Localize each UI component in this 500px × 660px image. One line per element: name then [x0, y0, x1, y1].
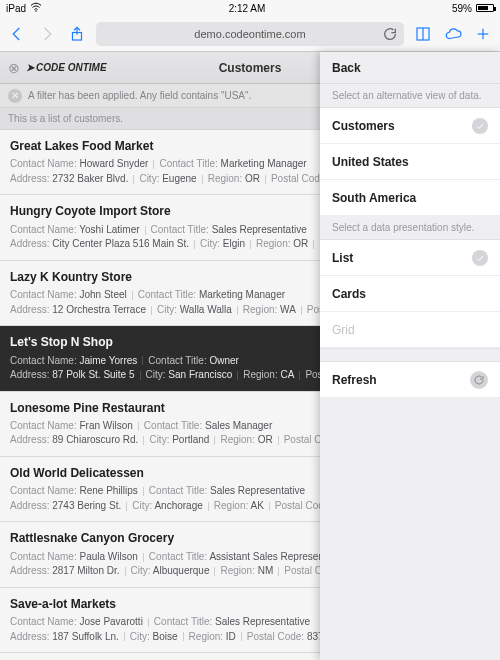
- wifi-icon: [30, 2, 42, 14]
- style-option-label: Cards: [332, 287, 366, 301]
- style-option[interactable]: List: [320, 240, 500, 276]
- device-label: iPad: [6, 3, 26, 14]
- panel-fill: [320, 398, 500, 660]
- filter-text: A filter has been applied. Any field con…: [28, 90, 251, 101]
- back-icon[interactable]: [6, 23, 28, 45]
- plus-icon[interactable]: [472, 23, 494, 45]
- view-option[interactable]: South America: [320, 180, 500, 216]
- view-option[interactable]: Customers: [320, 108, 500, 144]
- style-option[interactable]: Cards: [320, 276, 500, 312]
- book-icon[interactable]: [412, 23, 434, 45]
- view-option-label: Customers: [332, 119, 395, 133]
- check-icon: [472, 118, 488, 134]
- url-bar[interactable]: demo.codeontime.com: [96, 22, 404, 46]
- share-icon[interactable]: [66, 23, 88, 45]
- url-text: demo.codeontime.com: [194, 28, 305, 40]
- svg-point-0: [35, 10, 37, 12]
- refresh-label: Refresh: [332, 373, 377, 387]
- cloud-icon[interactable]: [442, 23, 464, 45]
- refresh-icon: [470, 371, 488, 389]
- view-option-label: United States: [332, 155, 409, 169]
- battery-icon: [476, 4, 494, 12]
- status-bar: iPad 2:12 AM 59%: [0, 0, 500, 16]
- browser-toolbar: demo.codeontime.com: [0, 16, 500, 52]
- style-option-label: List: [332, 251, 353, 265]
- list-subheader-text: This is a list of customers.: [8, 113, 123, 124]
- check-icon: [472, 250, 488, 266]
- battery-pct: 59%: [452, 3, 472, 14]
- panel-hint-style: Select a data presentation style.: [320, 216, 500, 240]
- panel-back-label: Back: [332, 61, 361, 75]
- view-option[interactable]: United States: [320, 144, 500, 180]
- reload-icon[interactable]: [382, 26, 398, 42]
- clear-filter-icon[interactable]: ✕: [8, 89, 22, 103]
- style-option-label: Grid: [332, 323, 355, 337]
- style-option: Grid: [320, 312, 500, 348]
- view-panel: Back Select an alternative view of data.…: [320, 52, 500, 660]
- panel-spacer: [320, 348, 500, 362]
- panel-back[interactable]: Back: [320, 52, 500, 84]
- clock: 2:12 AM: [229, 3, 266, 14]
- forward-icon: [36, 23, 58, 45]
- panel-hint-view: Select an alternative view of data.: [320, 84, 500, 108]
- view-option-label: South America: [332, 191, 416, 205]
- refresh-button[interactable]: Refresh: [320, 362, 500, 398]
